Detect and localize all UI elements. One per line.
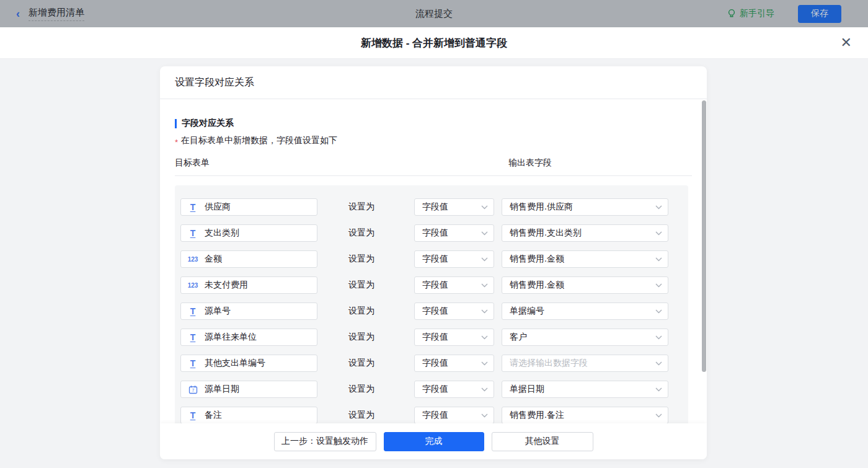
beginner-guide-link[interactable]: 新手引导	[727, 8, 774, 19]
text-field-icon: T	[187, 358, 198, 368]
target-field-box: 123 金额	[180, 250, 317, 268]
topbar-right: 新手引导 保存	[727, 5, 868, 23]
column-headers: 目标表单 输出表字段	[175, 156, 692, 176]
close-icon[interactable]: ✕	[841, 36, 852, 50]
field-mapping-row: T 备注 设置为 字段值 销售费用.备注	[180, 402, 688, 423]
output-field-select[interactable]: 销售费用.支出类别	[502, 224, 668, 242]
chevron-down-icon	[655, 335, 662, 340]
chevron-down-icon	[655, 231, 662, 236]
chevron-down-icon	[481, 257, 488, 262]
value-mode-select[interactable]: 字段值	[414, 355, 494, 372]
field-mapping-row: 123 未支付费用 设置为 字段值 销售费用.金额	[180, 272, 688, 298]
chevron-down-icon	[481, 387, 488, 392]
chevron-down-icon	[655, 283, 662, 288]
value-mode-select[interactable]: 字段值	[414, 329, 494, 346]
text-field-icon: T	[187, 410, 198, 420]
output-field-select[interactable]: 请选择输出数据字段	[502, 355, 668, 372]
target-field-name: 备注	[205, 410, 222, 421]
set-as-label: 设置为	[348, 306, 414, 317]
done-button[interactable]: 完成	[384, 432, 484, 451]
card-body: 字段对应关系 * 在目标表单中新增数据，字段值设置如下 目标表单 输出表字段 T…	[160, 99, 707, 423]
target-field-box: 7 源单日期	[180, 381, 317, 398]
topbar-left: ‹ 新增费用清单	[0, 7, 84, 21]
modal-title: 新增数据 - 合并新增到普通字段	[361, 36, 507, 50]
set-as-label: 设置为	[348, 410, 414, 421]
output-field-select[interactable]: 销售费用.金额	[502, 250, 668, 268]
svg-text:7: 7	[192, 388, 194, 392]
set-as-label: 设置为	[348, 227, 414, 239]
text-field-icon: T	[187, 202, 198, 212]
card-footer: 上一步：设置触发动作 完成 其他设置	[160, 423, 707, 459]
field-mapping-row: T 源单号 设置为 字段值 单据编号	[180, 298, 688, 324]
previous-step-button[interactable]: 上一步：设置触发动作	[274, 432, 376, 451]
mapping-note: * 在目标表单中新增数据，字段值设置如下	[175, 135, 692, 146]
output-field-select[interactable]: 单据编号	[502, 302, 668, 320]
target-field-box: T 供应商	[180, 198, 317, 216]
flow-name-title[interactable]: 新增费用清单	[29, 7, 84, 21]
set-as-label: 设置为	[348, 254, 414, 265]
text-field-icon: T	[187, 306, 198, 316]
topbar: ‹ 新增费用清单 流程提交 新手引导 保存	[0, 0, 868, 27]
output-field-select[interactable]: 客户	[502, 329, 668, 346]
back-icon[interactable]: ‹	[16, 8, 20, 19]
target-field-name: 金额	[205, 254, 222, 265]
chevron-down-icon	[481, 205, 488, 210]
target-field-box: T 备注	[180, 407, 317, 423]
set-as-label: 设置为	[348, 201, 414, 213]
beginner-guide-label: 新手引导	[740, 8, 774, 19]
section-title: 字段对应关系	[182, 118, 234, 129]
chevron-down-icon	[481, 361, 488, 366]
field-mapping-row: T 供应商 设置为 字段值 销售费用.供应商	[180, 194, 688, 220]
field-mapping-row: T 源单往来单位 设置为 字段值 客户	[180, 324, 688, 350]
chevron-down-icon	[655, 257, 662, 262]
modal-body: 设置字段对应关系 字段对应关系 * 在目标表单中新增数据，字段值设置如下 目标表…	[0, 59, 868, 468]
output-field-select[interactable]: 销售费用.供应商	[502, 198, 668, 216]
value-mode-select[interactable]: 字段值	[414, 302, 494, 320]
column-header-target-form: 目标表单	[175, 157, 210, 169]
card-header-title: 设置字段对应关系	[175, 76, 254, 89]
other-settings-button[interactable]: 其他设置	[492, 432, 593, 451]
output-field-select[interactable]: 销售费用.金额	[502, 276, 668, 294]
vertical-scrollbar-thumb[interactable]	[702, 100, 706, 372]
card-header: 设置字段对应关系	[160, 66, 707, 99]
chevron-down-icon	[655, 413, 662, 418]
chevron-down-icon	[481, 283, 488, 288]
value-mode-select[interactable]: 字段值	[414, 250, 494, 268]
date-field-icon: 7	[187, 385, 198, 394]
chevron-down-icon	[481, 309, 488, 314]
target-field-name: 未支付费用	[205, 280, 248, 291]
modal-header: 新增数据 - 合并新增到普通字段 ✕	[0, 27, 868, 59]
target-field-box: T 其他支出单编号	[180, 355, 317, 372]
target-field-name: 源单往来单位	[205, 332, 257, 343]
value-mode-select[interactable]: 字段值	[414, 276, 494, 294]
field-mapping-card: 设置字段对应关系 字段对应关系 * 在目标表单中新增数据，字段值设置如下 目标表…	[160, 66, 707, 459]
target-field-name: 源单日期	[205, 384, 239, 395]
target-field-name: 源单号	[205, 306, 231, 317]
chevron-down-icon	[655, 205, 662, 210]
chevron-down-icon	[655, 361, 662, 366]
save-button[interactable]: 保存	[798, 5, 841, 23]
field-mapping-row: T 支出类别 设置为 字段值 销售费用.支出类别	[180, 220, 688, 246]
value-mode-select[interactable]: 字段值	[414, 381, 494, 398]
chevron-down-icon	[481, 413, 488, 418]
required-asterisk: *	[175, 138, 178, 147]
target-field-name: 支出类别	[205, 227, 239, 239]
target-field-name: 供应商	[205, 201, 231, 213]
target-field-box: T 支出类别	[180, 224, 317, 242]
output-field-select[interactable]: 单据日期	[502, 381, 668, 398]
field-mapping-rows: T 供应商 设置为 字段值 销售费用.供应商 T 支出类别 设置为 字段值	[175, 185, 688, 423]
field-mapping-row: 7 源单日期 设置为 字段值 单据日期	[180, 376, 688, 402]
value-mode-select[interactable]: 字段值	[414, 224, 494, 242]
value-mode-select[interactable]: 字段值	[414, 198, 494, 216]
target-field-name: 其他支出单编号	[205, 358, 265, 369]
value-mode-select[interactable]: 字段值	[414, 407, 494, 423]
column-header-output-field: 输出表字段	[508, 157, 552, 169]
set-as-label: 设置为	[348, 358, 414, 369]
output-field-select[interactable]: 销售费用.备注	[502, 407, 668, 423]
number-field-icon: 123	[187, 256, 198, 263]
target-field-box: T 源单往来单位	[180, 329, 317, 346]
field-mapping-row: T 其他支出单编号 设置为 字段值 请选择输出数据字段	[180, 350, 688, 376]
chevron-down-icon	[655, 309, 662, 314]
field-mapping-row: 123 金额 设置为 字段值 销售费用.金额	[180, 246, 688, 272]
target-field-box: T 源单号	[180, 302, 317, 320]
